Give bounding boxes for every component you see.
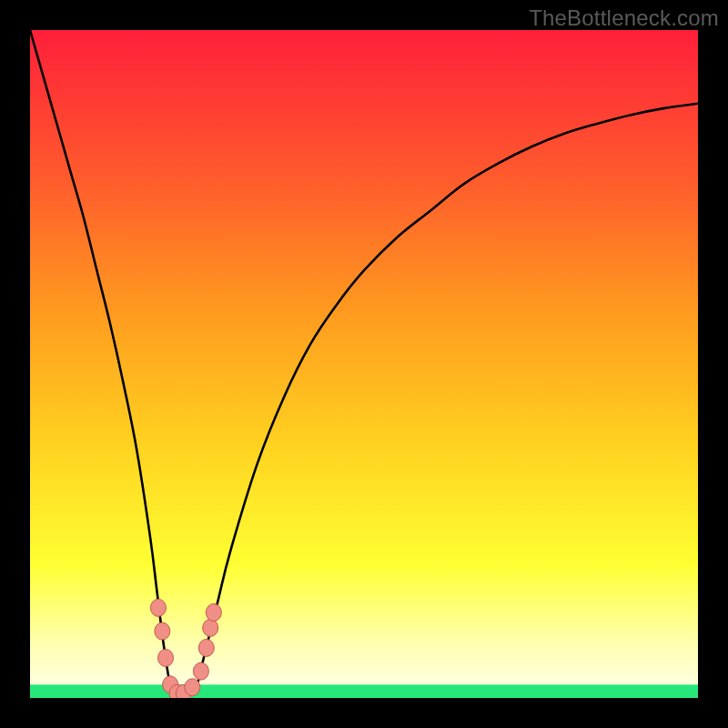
curve-marker — [198, 639, 214, 656]
curve-marker — [155, 622, 170, 640]
plot-area — [30, 30, 698, 698]
curve-marker — [203, 619, 218, 636]
chart-frame: TheBottleneck.com — [0, 0, 728, 728]
gradient-background — [30, 30, 698, 698]
curve-marker — [193, 662, 208, 680]
curve-marker — [158, 649, 174, 666]
curve-marker — [206, 604, 221, 622]
bottleneck-chart-svg — [30, 30, 698, 698]
curve-marker — [185, 679, 200, 696]
curve-marker — [150, 599, 166, 616]
watermark-text: TheBottleneck.com — [529, 5, 719, 31]
green-baseline-band — [30, 684, 698, 698]
